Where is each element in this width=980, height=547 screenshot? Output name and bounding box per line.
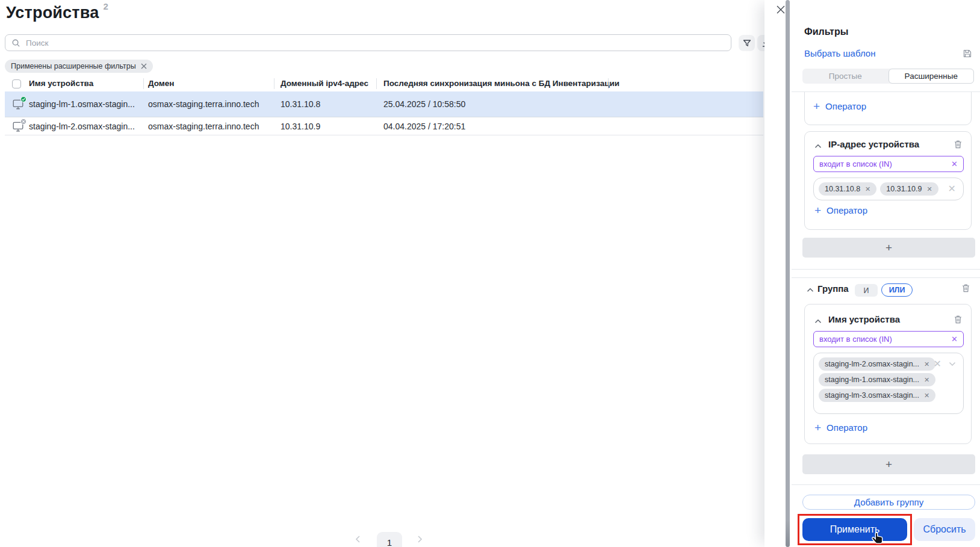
operator-value: входит в список (IN) — [819, 159, 892, 168]
collapse-icon[interactable] — [814, 144, 822, 149]
tab-advanced[interactable]: Расширенные — [889, 69, 975, 84]
operator-label: Оператор — [826, 205, 867, 215]
value-chip[interactable]: staging-lm-2.osmax-stagin...✕ — [819, 357, 935, 371]
device-status-cell — [12, 117, 28, 135]
save-template-icon[interactable] — [963, 49, 972, 58]
delete-condition-icon[interactable] — [954, 140, 963, 149]
filter-icon — [742, 39, 752, 48]
add-operator-link[interactable]: + Оператор — [813, 101, 866, 111]
choose-template-link[interactable]: Выбрать шаблон — [804, 48, 875, 58]
add-operator-link[interactable]: + Оператор — [814, 422, 867, 433]
pagination-next[interactable] — [415, 535, 424, 543]
column-divider[interactable] — [608, 78, 609, 89]
add-condition-button[interactable]: + — [802, 454, 975, 474]
clear-operator-icon[interactable]: ✕ — [951, 159, 958, 168]
delete-condition-icon[interactable] — [954, 315, 963, 324]
remove-chip-icon[interactable]: ✕ — [924, 392, 929, 400]
value-chip[interactable]: 10.31.10.8✕ — [819, 182, 876, 196]
operator-label: Оператор — [826, 422, 867, 433]
tab-simple[interactable]: Простые — [802, 69, 889, 84]
group-label: Группа — [817, 283, 849, 294]
cell-device-name[interactable]: staging-lm-1.osmax-stagin... — [29, 91, 135, 117]
add-group-button[interactable]: Добавить группу — [802, 495, 975, 510]
plus-icon: + — [885, 241, 892, 255]
column-divider[interactable] — [143, 78, 144, 89]
operator-label: Оператор — [825, 101, 866, 111]
clear-operator-icon[interactable]: ✕ — [951, 335, 958, 344]
column-divider[interactable] — [274, 78, 274, 89]
column-header-name[interactable]: Имя устройства — [29, 79, 93, 88]
cell-device-name[interactable]: staging-lm-2.osmax-stagin... — [29, 117, 135, 135]
apply-button[interactable]: Применить — [802, 518, 907, 541]
cell-sync: 25.04.2025 / 10:58:50 — [383, 91, 465, 117]
panel-title: Фильтры — [804, 26, 848, 37]
applied-filters-label: Применены расширенные фильтры — [11, 62, 136, 70]
search-input[interactable] — [26, 39, 725, 48]
panel-divider — [792, 484, 980, 485]
operator-value: входит в список (IN) — [819, 335, 892, 344]
table-header: Имя устройства Домен Доменный ipv4-адрес… — [5, 77, 763, 91]
operator-select[interactable]: входит в список (IN) ✕ — [813, 156, 964, 172]
applied-filters-chip[interactable]: Применены расширенные фильтры — [5, 60, 153, 73]
table-row[interactable]: staging-lm-2.osmax-stagin... osmax-stagi… — [5, 117, 763, 135]
plus-icon: + — [814, 206, 821, 215]
plus-icon: + — [813, 102, 820, 111]
filter-button[interactable] — [739, 35, 755, 51]
search-icon — [11, 39, 20, 48]
panel-resize-handle[interactable] — [786, 0, 790, 547]
close-icon — [776, 5, 786, 14]
chevron-down-icon[interactable] — [949, 362, 956, 366]
add-condition-button[interactable]: + — [802, 238, 975, 258]
condition-card-clipped: + Оператор — [804, 92, 972, 125]
column-header-sync[interactable]: Последняя синхронизация миньона с БД Инв… — [383, 79, 619, 88]
close-panel-button[interactable] — [776, 5, 786, 14]
column-divider[interactable] — [376, 78, 377, 89]
column-header-domain[interactable]: Домен — [148, 79, 175, 88]
reset-button[interactable]: Сбросить — [914, 518, 975, 541]
status-disconnected-icon — [20, 119, 26, 125]
cell-domain: osmax-staging.terra.inno.tech — [148, 91, 259, 117]
device-status-cell — [12, 91, 28, 117]
cell-sync: 04.04.2025 / 17:20:51 — [383, 117, 465, 135]
table-row[interactable]: staging-lm-1.osmax-stagin... osmax-stagi… — [5, 91, 763, 117]
search-bar[interactable] — [5, 34, 731, 51]
cell-ip: 10.31.10.9 — [281, 117, 320, 135]
condition-title: IP-адрес устройства — [828, 139, 919, 149]
value-chip[interactable]: staging-lm-1.osmax-stagin...✕ — [819, 373, 935, 386]
delete-group-icon[interactable] — [961, 283, 970, 293]
pagination-page-1[interactable]: 1 — [377, 532, 402, 547]
pagination-prev[interactable] — [354, 535, 362, 543]
plus-icon: + — [885, 458, 892, 471]
cell-domain: osmax-staging.terra.inno.tech — [148, 117, 259, 135]
remove-applied-filters-icon[interactable] — [141, 63, 147, 69]
column-header-ip[interactable]: Доменный ipv4-адрес — [281, 79, 368, 88]
operator-select[interactable]: входит в список (IN) ✕ — [813, 331, 964, 347]
clear-all-icon[interactable]: ✕ — [934, 359, 941, 369]
values-multiselect[interactable]: 10.31.10.8✕ 10.31.10.9✕ ✕ — [813, 178, 964, 200]
remove-chip-icon[interactable]: ✕ — [865, 185, 870, 193]
panel-divider — [792, 277, 980, 278]
remove-chip-icon[interactable]: ✕ — [924, 360, 929, 368]
panel-divider — [792, 269, 980, 270]
values-multiselect[interactable]: staging-lm-2.osmax-stagin...✕ staging-lm… — [813, 353, 964, 414]
group-and-toggle[interactable]: И — [855, 284, 878, 297]
collapse-group-icon[interactable] — [807, 288, 814, 292]
value-chip[interactable]: 10.31.10.9✕ — [880, 182, 938, 196]
value-chip[interactable]: staging-lm-3.osmax-stagin...✕ — [819, 389, 935, 402]
chip-label: 10.31.10.8 — [825, 185, 860, 193]
condition-card-name: Имя устройства входит в список (IN) ✕ st… — [804, 304, 972, 444]
select-all-checkbox[interactable] — [12, 79, 21, 88]
collapse-icon[interactable] — [814, 319, 822, 324]
remove-chip-icon[interactable]: ✕ — [926, 185, 932, 193]
add-operator-link[interactable]: + Оператор — [814, 205, 867, 215]
clear-all-icon[interactable]: ✕ — [948, 184, 956, 194]
remove-chip-icon[interactable]: ✕ — [924, 376, 929, 384]
plus-icon: + — [814, 423, 821, 432]
chip-label: staging-lm-3.osmax-stagin... — [825, 391, 919, 400]
page-title: Устройства2 — [6, 4, 108, 22]
condition-card-ip: IP-адрес устройства входит в список (IN)… — [804, 131, 972, 230]
current-page-label: 1 — [387, 537, 392, 547]
group-or-toggle[interactable]: ИЛИ — [881, 283, 913, 297]
device-icon — [12, 98, 24, 110]
device-icon — [12, 120, 24, 132]
